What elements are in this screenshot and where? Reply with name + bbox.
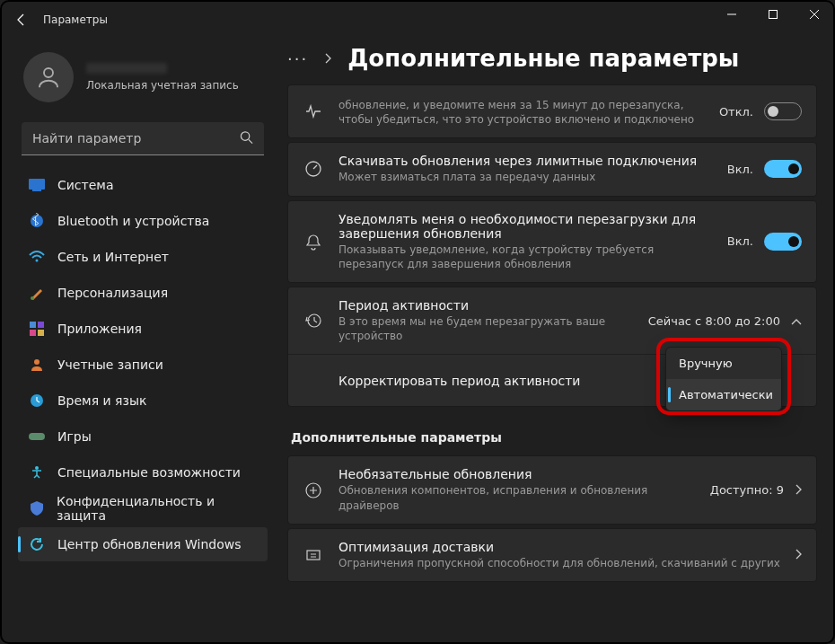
- setting-optional-updates[interactable]: Необязательные обновления Обновления ком…: [287, 455, 817, 524]
- sidebar-item-gaming[interactable]: Игры: [18, 419, 268, 454]
- svg-line-6: [249, 139, 252, 143]
- sidebar-item-personalization[interactable]: Персонализация: [18, 276, 268, 310]
- nav-label: Bluetooth и устройства: [57, 214, 209, 228]
- section-more-options: Дополнительные параметры: [287, 410, 817, 455]
- toggle-notify-restart[interactable]: [764, 233, 802, 251]
- system-icon: [29, 177, 45, 193]
- shield-icon: [29, 500, 44, 516]
- toggle-restart-asap[interactable]: [764, 102, 802, 120]
- setting-desc: Показывать уведомление, когда устройству…: [338, 243, 713, 271]
- maximize-icon: [769, 10, 778, 19]
- nav-label: Учетные записи: [57, 357, 163, 372]
- chevron-right-icon: [795, 546, 802, 563]
- sidebar-item-network[interactable]: Сеть и Интернет: [18, 240, 268, 274]
- person-icon: [35, 64, 62, 91]
- active-hours-value: Сейчас с 8:00 до 2:00: [648, 314, 780, 328]
- sidebar-item-apps[interactable]: Приложения: [18, 312, 268, 346]
- sidebar-item-time[interactable]: Время и язык: [18, 384, 268, 418]
- clock-icon: [29, 393, 45, 409]
- profile-name-redacted: [86, 63, 167, 74]
- svg-rect-15: [38, 330, 44, 336]
- setting-desc: Может взиматься плата за передачу данных: [338, 170, 713, 184]
- active-hours-dropdown: Вручную Автоматически: [665, 347, 782, 411]
- nav: Система Bluetooth и устройства Сеть и Ин…: [18, 168, 268, 561]
- svg-rect-1: [769, 11, 778, 19]
- close-button[interactable]: [794, 0, 835, 29]
- back-button[interactable]: [11, 9, 32, 31]
- profile-subtitle: Локальная учетная запись: [86, 79, 239, 92]
- setting-restart-asap[interactable]: обновление, и уведомите меня за 15 минут…: [287, 84, 817, 138]
- search-input[interactable]: [22, 122, 264, 155]
- meter-icon: [303, 160, 324, 178]
- dropdown-option-manual[interactable]: Вручную: [666, 348, 781, 379]
- setting-title: Уведомлять меня о необходимости перезагр…: [338, 212, 713, 241]
- svg-rect-14: [30, 330, 36, 336]
- nav-label: Приложения: [57, 322, 142, 336]
- paint-icon: [29, 285, 45, 301]
- sidebar-item-system[interactable]: Система: [18, 168, 268, 202]
- sidebar-item-accounts[interactable]: Учетные записи: [18, 348, 268, 382]
- setting-desc: Обновления компонентов, исправления и об…: [338, 483, 696, 512]
- nav-label: Сеть и Интернет: [57, 250, 169, 264]
- svg-rect-7: [29, 179, 45, 190]
- close-icon: [810, 10, 819, 19]
- svg-point-4: [44, 68, 53, 77]
- bell-icon: [303, 233, 324, 251]
- maximize-button[interactable]: [752, 0, 794, 29]
- toggle-state-label: Вкл.: [727, 163, 753, 176]
- gaming-icon: [29, 428, 45, 445]
- sidebar-item-privacy[interactable]: Конфиденциальность и защита: [18, 491, 268, 525]
- dropdown-option-auto[interactable]: Автоматически: [666, 379, 781, 410]
- sidebar: Локальная учетная запись Система Bluetoo…: [0, 40, 278, 644]
- search-icon: [240, 130, 253, 147]
- setting-active-hours: Период активности В это время мы не буде…: [287, 287, 817, 407]
- chevron-right-icon: [795, 481, 802, 498]
- setting-desc: Ограничения пропускной способности для о…: [338, 556, 780, 570]
- svg-rect-8: [32, 190, 41, 191]
- svg-rect-13: [38, 322, 44, 328]
- svg-point-5: [241, 131, 249, 139]
- setting-notify-restart[interactable]: Уведомлять меня о необходимости перезагр…: [287, 200, 817, 283]
- sidebar-item-accessibility[interactable]: Специальные возможности: [18, 455, 268, 490]
- accessibility-icon: [29, 464, 45, 481]
- nav-label: Специальные возможности: [57, 465, 241, 480]
- avatar: [23, 52, 74, 102]
- setting-title: Необязательные обновления: [338, 467, 696, 481]
- svg-point-11: [31, 296, 34, 300]
- setting-metered[interactable]: Скачивать обновления через лимитные подк…: [287, 142, 817, 196]
- svg-rect-23: [307, 551, 320, 560]
- nav-label: Центр обновления Windows: [57, 537, 241, 551]
- nav-label: Конфиденциальность и защита: [57, 494, 257, 523]
- title-bar: Параметры: [0, 0, 835, 40]
- sidebar-item-bluetooth[interactable]: Bluetooth и устройства: [18, 204, 268, 238]
- apps-icon: [29, 321, 45, 337]
- arrow-left-icon: [14, 13, 29, 27]
- breadcrumb-parent-dots[interactable]: ···: [287, 49, 308, 68]
- profile-block[interactable]: Локальная учетная запись: [18, 47, 268, 119]
- accounts-icon: [29, 357, 45, 373]
- search-container: [22, 122, 264, 155]
- setting-title: Корректировать период активности: [338, 374, 662, 388]
- toggle-state-label: Откл.: [719, 105, 753, 119]
- svg-rect-18: [29, 433, 45, 440]
- svg-point-10: [36, 260, 39, 262]
- delivery-icon: [303, 546, 324, 564]
- main-content: ··· Дополнительные параметры обновление,…: [278, 40, 835, 644]
- minimize-button[interactable]: [711, 0, 752, 29]
- svg-point-16: [34, 359, 40, 365]
- active-hours-header-row[interactable]: Период активности В это время мы не буде…: [288, 287, 816, 354]
- toggle-metered[interactable]: [764, 160, 802, 178]
- setting-desc: В это время мы не будем перезагружать ва…: [338, 314, 634, 343]
- setting-desc: обновление, и уведомите меня за 15 минут…: [338, 98, 705, 127]
- svg-point-9: [31, 215, 43, 227]
- setting-title: Оптимизация доставки: [338, 540, 780, 554]
- optional-updates-count: Доступно: 9: [710, 483, 784, 497]
- toggle-state-label: Вкл.: [727, 234, 753, 248]
- setting-delivery-optimization[interactable]: Оптимизация доставки Ограничения пропуск…: [287, 528, 817, 582]
- update-icon: [29, 536, 45, 552]
- activity-icon: [303, 102, 324, 120]
- setting-title: Скачивать обновления через лимитные подк…: [338, 154, 713, 168]
- sidebar-item-windows-update[interactable]: Центр обновления Windows: [18, 527, 268, 561]
- wifi-icon: [29, 249, 45, 265]
- svg-rect-12: [30, 322, 36, 328]
